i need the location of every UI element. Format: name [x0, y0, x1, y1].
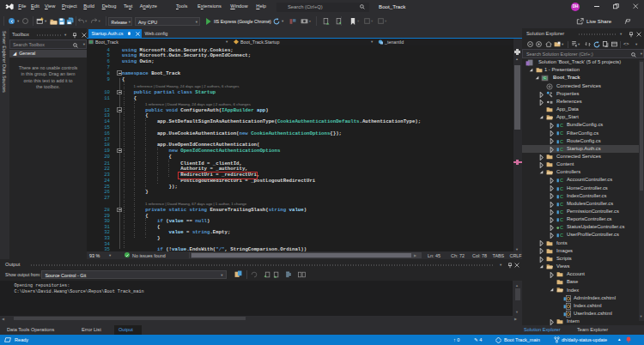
svg-text:C: C [560, 131, 563, 136]
svg-text:C: C [560, 225, 563, 230]
svg-text:C: C [560, 124, 563, 129]
svg-text:C: C [560, 194, 563, 199]
svg-text:C: C [544, 76, 546, 81]
svg-text:C: C [560, 217, 563, 222]
svg-text:C: C [560, 202, 563, 207]
svg-text:C: C [560, 139, 563, 144]
svg-text:C: C [560, 186, 563, 191]
svg-text:C: C [560, 209, 563, 215]
svg-text:C: C [560, 179, 563, 184]
svg-text:C: C [560, 147, 563, 152]
svg-text:C: C [560, 233, 563, 239]
